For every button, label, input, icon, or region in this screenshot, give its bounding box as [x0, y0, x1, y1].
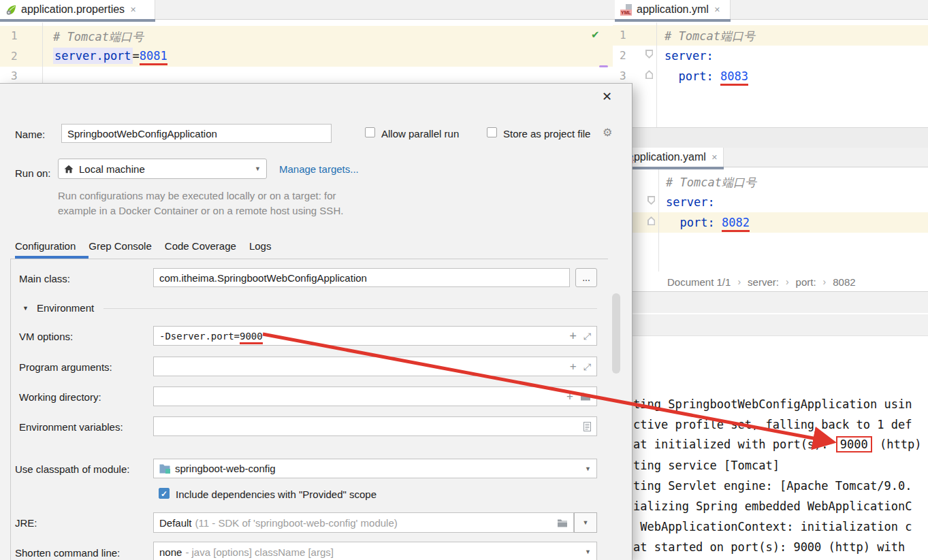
active-tab-underline — [615, 19, 731, 22]
properties-port-value: 8081 — [140, 49, 167, 65]
yaml-comment[interactable]: # Tomcat端口号 — [666, 175, 756, 191]
shorten-command-line-label: Shorten command line: — [15, 547, 120, 559]
gear-icon[interactable]: ⚙ — [603, 126, 612, 139]
breadcrumb-item[interactable]: port: — [796, 276, 816, 288]
provided-scope-checkbox[interactable]: ✓ — [159, 488, 170, 499]
dialog-scrollbar[interactable] — [612, 293, 620, 374]
fold-marker-icon[interactable] — [645, 70, 653, 79]
code-line[interactable] — [613, 212, 928, 233]
console-line: at initialized with port(s): 9000 (http) — [633, 438, 921, 451]
name-label: Name: — [15, 129, 45, 140]
properties-key: server.port — [53, 48, 133, 64]
working-directory-input[interactable]: + — [153, 386, 597, 406]
program-arguments-input[interactable]: +⤢ — [153, 357, 597, 376]
panel-border — [10, 259, 608, 259]
tab-configuration[interactable]: Configuration — [15, 240, 76, 252]
module-icon — [159, 463, 170, 474]
properties-comment[interactable]: # Tomcat端口号 — [53, 29, 144, 45]
classpath-module-label: Use classpath of module: — [15, 463, 129, 475]
yaml-server-key[interactable]: server: — [666, 195, 715, 209]
allow-parallel-run-label: Allow parallel run — [381, 128, 459, 139]
line-number: 2 — [620, 49, 626, 62]
tab-label: application.properties — [21, 3, 125, 16]
yml-file-icon: YML — [620, 4, 633, 16]
manage-targets-link[interactable]: Manage targets... — [279, 163, 359, 175]
close-tab-icon[interactable]: ✕ — [714, 5, 720, 14]
gutter-divider — [658, 169, 659, 271]
breadcrumb-item[interactable]: 8082 — [833, 276, 855, 288]
expand-field-icon[interactable]: ⤢ — [583, 331, 591, 341]
ide-window: application.properties ✕ 1 2 3 # Tomcat端… — [0, 0, 928, 560]
run-on-select[interactable]: Local machine ▼ — [58, 159, 267, 179]
section-divider — [103, 308, 597, 309]
inspections-ok-icon: ✔ — [591, 29, 600, 41]
yml-tabbar: YML application.yml ✕ — [613, 0, 928, 20]
yml-port-value: 8083 — [720, 69, 748, 86]
console-line: ctive profile set, falling back to 1 def — [633, 418, 912, 431]
tab-code-coverage[interactable]: Code Coverage — [165, 240, 236, 252]
jre-label: JRE: — [15, 517, 37, 529]
jre-dropdown-button[interactable]: ▼ — [574, 512, 597, 533]
collapse-section-icon[interactable]: ▼ — [22, 305, 29, 312]
fold-marker-icon[interactable] — [647, 196, 655, 205]
environment-section-label: Environment — [37, 302, 94, 314]
close-tab-icon[interactable]: ✕ — [130, 5, 136, 14]
editor-splitter[interactable] — [613, 127, 928, 149]
folder-icon[interactable] — [557, 518, 568, 527]
tab-label: application.yml — [637, 3, 709, 16]
folder-icon[interactable] — [580, 392, 591, 401]
vm-options-port: 9000 — [240, 331, 263, 344]
breadcrumb-item[interactable]: Document 1/1 — [667, 276, 731, 288]
console-line: ializing Spring embedded WebApplicationC — [633, 499, 912, 513]
chevron-down-icon: ▼ — [585, 465, 591, 472]
line-number: 3 — [620, 69, 626, 82]
scrollbar-change-mark — [599, 65, 608, 67]
active-tab-underline — [0, 19, 155, 22]
tool-window-bar — [613, 314, 928, 336]
yaml-port-line[interactable]: port: 8082 — [666, 216, 750, 229]
allow-parallel-run-checkbox[interactable] — [365, 127, 375, 137]
gutter-divider — [42, 22, 43, 84]
close-tab-icon[interactable]: ✕ — [711, 153, 718, 162]
properties-assignment[interactable]: server.port=8081 — [53, 49, 167, 63]
add-icon[interactable]: + — [570, 361, 577, 372]
store-as-project-file-checkbox[interactable] — [487, 127, 497, 137]
panel-border — [10, 259, 11, 560]
main-class-input[interactable]: com.itheima.SpringbootWebConfigApplicati… — [153, 268, 570, 287]
vm-options-label: VM options: — [19, 331, 73, 342]
tab-logs[interactable]: Logs — [249, 240, 272, 252]
list-icon[interactable] — [583, 422, 591, 431]
run-target-description-line1: Run configurations may be executed local… — [58, 190, 336, 201]
store-as-project-file-label: Store as project file — [503, 128, 590, 139]
tab-application-properties[interactable]: application.properties ✕ — [0, 0, 155, 19]
yml-server-key[interactable]: server: — [665, 49, 714, 63]
environment-variables-label: Environment variables: — [19, 421, 123, 433]
yml-comment[interactable]: # Tomcat端口号 — [665, 29, 755, 44]
working-directory-label: Working directory: — [19, 391, 101, 403]
line-number: 2 — [11, 50, 18, 63]
add-icon[interactable]: + — [566, 391, 573, 402]
highlighted-port-value: 9000 — [836, 436, 872, 452]
shorten-command-line-select[interactable]: none- java [options] className [args] ▼ — [153, 542, 597, 560]
breadcrumb-item[interactable]: server: — [748, 276, 779, 288]
breadcrumb: Document 1/1 › server: › port: › 8082 — [613, 272, 928, 292]
name-input[interactable]: SpringbootWebConfigApplication — [61, 124, 332, 143]
jre-select[interactable]: Default(11 - SDK of 'springboot-web-conf… — [153, 512, 574, 533]
environment-variables-input[interactable] — [153, 416, 597, 436]
properties-tabbar: application.properties ✕ — [0, 0, 613, 20]
browse-main-class-button[interactable]: ... — [575, 268, 597, 287]
tab-application-yml[interactable]: YML application.yml ✕ — [615, 0, 731, 19]
fold-marker-icon[interactable] — [645, 50, 653, 59]
yml-port-line[interactable]: port: 8083 — [665, 69, 748, 83]
chevron-down-icon: ▼ — [585, 548, 591, 555]
expand-field-icon[interactable]: ⤢ — [583, 362, 591, 372]
classpath-module-select[interactable]: springboot-web-config ▼ — [153, 459, 597, 478]
tab-grep-console[interactable]: Grep Console — [89, 240, 152, 252]
home-icon — [64, 165, 74, 174]
close-dialog-icon[interactable]: ✕ — [602, 89, 612, 104]
equals-sign: = — [133, 49, 140, 63]
code-line[interactable] — [613, 25, 928, 46]
line-number: 1 — [11, 29, 18, 42]
add-icon[interactable]: + — [570, 330, 577, 342]
vm-options-input[interactable]: -Dserver.port=9000 +⤢ — [153, 326, 597, 346]
